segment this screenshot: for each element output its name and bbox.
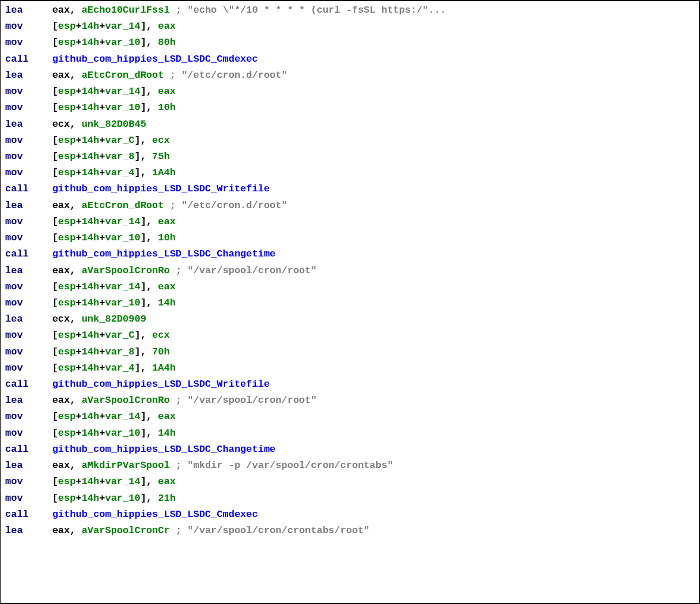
mnemonic: mov xyxy=(5,346,52,357)
operand-fragment: 80h xyxy=(158,37,176,48)
operand-fragment: github_com_hippies_LSD_LSDC_Writefile xyxy=(52,183,270,194)
operand-fragment: var_14 xyxy=(105,21,140,32)
operand-fragment: 14h xyxy=(82,346,100,357)
mnemonic: mov xyxy=(5,330,52,341)
asm-line[interactable]: mov [esp+14h+var_C], ecx xyxy=(5,327,697,343)
mnemonic: mov xyxy=(5,428,52,439)
asm-line[interactable]: mov [esp+14h+var_14], eax xyxy=(5,409,697,425)
mnemonic: mov xyxy=(5,151,52,162)
operand-fragment: esp xyxy=(58,216,76,227)
operand-fragment: 14h xyxy=(82,297,100,308)
disassembly-view[interactable]: lea eax, aEcho10CurlFssl ; "echo \"*/10 … xyxy=(1,1,699,540)
operand-fragment: esp xyxy=(58,21,76,32)
operand-fragment: 14h xyxy=(82,411,100,422)
operand-fragment: 14h xyxy=(82,86,100,97)
operand-fragment: ], xyxy=(141,493,158,504)
operand-fragment: 14h xyxy=(82,281,100,292)
asm-line[interactable]: lea eax, aEcho10CurlFssl ; "echo \"*/10 … xyxy=(5,2,697,18)
operand-fragment: + xyxy=(75,363,81,373)
mnemonic: mov xyxy=(5,21,52,32)
operand-fragment: github_com_hippies_LSD_LSDC_Cmdexec xyxy=(52,54,258,65)
operand-fragment: 14h xyxy=(82,428,100,439)
operand-fragment: var_14 xyxy=(105,476,140,487)
operand-fragment: + xyxy=(75,232,81,243)
operand-fragment: esp xyxy=(58,493,76,504)
asm-line[interactable]: call github_com_hippies_LSD_LSDC_Changet… xyxy=(5,441,697,458)
operand-fragment: [ xyxy=(52,21,58,32)
operand-fragment: github_com_hippies_LSD_LSDC_Changetime xyxy=(52,444,276,455)
operand-fragment: ], xyxy=(134,151,152,162)
operand-fragment: 14h xyxy=(82,216,100,227)
mnemonic: mov xyxy=(5,476,52,487)
asm-line[interactable]: call github_com_hippies_LSD_LSDC_Writefi… xyxy=(5,376,697,392)
operand-fragment: esp xyxy=(58,476,76,487)
operand-fragment: [ xyxy=(52,167,58,178)
operand-fragment: + xyxy=(99,86,105,97)
asm-line[interactable]: mov [esp+14h+var_10], 14h xyxy=(5,425,697,441)
operand-fragment: + xyxy=(75,346,81,357)
operand-fragment: esp xyxy=(58,86,76,97)
asm-line[interactable]: lea eax, aMkdirPVarSpool ; "mkdir -p /va… xyxy=(5,458,697,474)
asm-line[interactable]: mov [esp+14h+var_10], 14h xyxy=(5,295,697,311)
asm-line[interactable]: mov [esp+14h+var_8], 75h xyxy=(5,149,697,165)
asm-line[interactable]: lea eax, aEtcCron_dRoot ; "/etc/cron.d/r… xyxy=(5,67,697,84)
mnemonic: lea xyxy=(5,395,52,406)
mnemonic: mov xyxy=(5,232,52,243)
asm-line[interactable]: mov [esp+14h+var_C], ecx xyxy=(5,133,697,149)
asm-line[interactable]: mov [esp+14h+var_10], 21h xyxy=(5,490,697,507)
asm-line[interactable]: lea eax, aVarSpoolCronRo ; "/var/spool/c… xyxy=(5,263,697,279)
asm-line[interactable]: lea ecx, unk_82D0909 xyxy=(5,311,697,327)
mnemonic: mov xyxy=(5,37,52,48)
asm-line[interactable]: mov [esp+14h+var_14], eax xyxy=(5,84,697,100)
asm-line[interactable]: lea eax, aVarSpoolCronCr ; "/var/spool/c… xyxy=(5,523,697,539)
operand-fragment: ], xyxy=(141,428,158,439)
asm-line[interactable]: mov [esp+14h+var_14], eax xyxy=(5,18,697,35)
operand-fragment: + xyxy=(75,86,81,97)
operand-fragment: aMkdirPVarSpool xyxy=(82,460,176,471)
asm-line[interactable]: mov [esp+14h+var_4], 1A4h xyxy=(5,165,697,181)
operand-fragment: esp xyxy=(58,102,76,113)
asm-line[interactable]: mov [esp+14h+var_8], 70h xyxy=(5,344,697,360)
operand-fragment: eax xyxy=(158,86,176,97)
operand-fragment: + xyxy=(75,135,81,146)
operand-fragment: aEtcCron_dRoot xyxy=(82,70,170,81)
operand-fragment: + xyxy=(75,428,81,439)
operand-fragment: ], xyxy=(134,363,152,373)
mnemonic: lea xyxy=(5,200,52,211)
asm-line[interactable]: call github_com_hippies_LSD_LSDC_Cmdexec xyxy=(5,51,697,67)
operand-fragment: eax xyxy=(158,21,176,32)
mnemonic: lea xyxy=(5,119,52,130)
operand-fragment: 1A4h xyxy=(152,167,176,178)
asm-line[interactable]: lea eax, aVarSpoolCronRo ; "/var/spool/c… xyxy=(5,392,697,409)
operand-fragment: eax, xyxy=(52,460,82,471)
asm-line[interactable]: mov [esp+14h+var_14], eax xyxy=(5,474,697,490)
operand-fragment: + xyxy=(99,21,105,32)
operand-fragment: var_8 xyxy=(105,151,134,162)
operand-fragment: 14h xyxy=(82,135,100,146)
mnemonic: call xyxy=(5,183,52,194)
operand-fragment: + xyxy=(75,281,81,292)
operand-fragment: 10h xyxy=(158,232,176,243)
asm-line[interactable]: call github_com_hippies_LSD_LSDC_Changet… xyxy=(5,246,697,262)
asm-line[interactable]: mov [esp+14h+var_10], 80h xyxy=(5,35,697,51)
asm-line[interactable]: mov [esp+14h+var_14], eax xyxy=(5,214,697,230)
operand-fragment: [ xyxy=(52,135,58,146)
asm-line[interactable]: mov [esp+14h+var_4], 1A4h xyxy=(5,360,697,376)
asm-line[interactable]: mov [esp+14h+var_14], eax xyxy=(5,279,697,295)
operand-fragment: esp xyxy=(58,428,76,439)
asm-line[interactable]: lea eax, aEtcCron_dRoot ; "/etc/cron.d/r… xyxy=(5,198,697,214)
asm-line[interactable]: mov [esp+14h+var_10], 10h xyxy=(5,230,697,246)
mnemonic: call xyxy=(5,444,52,455)
operand-fragment: 1A4h xyxy=(152,363,176,373)
operand-fragment: + xyxy=(75,37,81,48)
asm-line[interactable]: mov [esp+14h+var_10], 10h xyxy=(5,100,697,116)
asm-line[interactable]: lea ecx, unk_82D0B45 xyxy=(5,116,697,133)
operand-fragment: + xyxy=(99,151,105,162)
operand-fragment: esp xyxy=(58,281,76,292)
operand-fragment: github_com_hippies_LSD_LSDC_Writefile xyxy=(52,379,270,390)
asm-line[interactable]: call github_com_hippies_LSD_LSDC_Cmdexec xyxy=(5,507,697,523)
asm-line[interactable]: call github_com_hippies_LSD_LSDC_Writefi… xyxy=(5,181,697,197)
mnemonic: lea xyxy=(5,5,52,16)
mnemonic: lea xyxy=(5,70,52,81)
operand-fragment: [ xyxy=(52,37,58,48)
